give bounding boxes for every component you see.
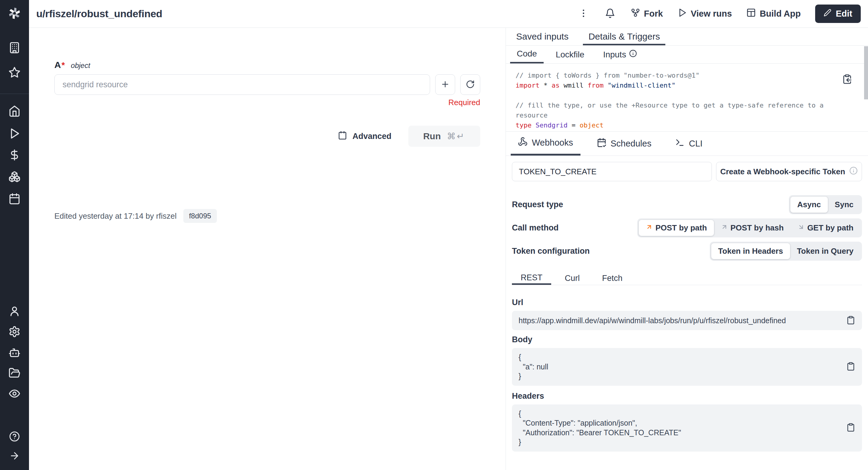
token-input[interactable] [512, 162, 712, 181]
tab-lockfile[interactable]: Lockfile [549, 45, 591, 63]
sidebar-item-favorites[interactable] [8, 66, 21, 79]
create-token-button[interactable]: Create a Webhook-specific Token [716, 162, 862, 181]
sidebar-item-settings[interactable] [8, 325, 21, 338]
star-icon [8, 75, 21, 80]
code-viewer: // import { toWords } from "number-to-wo… [506, 64, 868, 132]
code-tabs: Code Lockfile Inputs [506, 45, 868, 64]
gear-icon [8, 334, 21, 339]
clipboard-icon [846, 428, 855, 433]
required-asterisk: * [62, 60, 65, 70]
calendar-icon [338, 131, 347, 142]
copy-body-button[interactable] [846, 362, 855, 372]
play-outline-icon [677, 8, 687, 20]
sidebar-item-folders[interactable] [8, 367, 21, 379]
headers-value: { "Content-Type": "application/json", "A… [519, 409, 681, 447]
option-token-in-query[interactable]: Token in Query [790, 243, 861, 259]
option-post-by-path[interactable]: POST by path [639, 220, 714, 236]
clipboard-icon [846, 321, 855, 325]
user-icon [8, 314, 21, 318]
more-menu-button[interactable] [578, 8, 590, 20]
arrow-right-icon [9, 458, 20, 462]
add-resource-button[interactable] [435, 74, 455, 95]
copy-url-button[interactable] [846, 316, 855, 325]
url-box: https://app.windmill.dev/api/w/windmill-… [512, 311, 862, 330]
request-type-row: Request type Async Sync [512, 195, 862, 214]
terminal-icon [675, 138, 685, 150]
request-type-toggle: Async Sync [789, 195, 862, 214]
sidebar-item-audit-logs[interactable] [8, 387, 21, 400]
sidebar-item-workers[interactable] [8, 346, 21, 358]
play-icon [8, 136, 21, 140]
build-app-button[interactable]: Build App [746, 8, 801, 20]
view-runs-button[interactable]: View runs [677, 8, 732, 20]
body-label: Body [512, 335, 862, 344]
tab-rest[interactable]: REST [512, 272, 551, 285]
refresh-icon [466, 80, 475, 90]
arrow-up-right-icon [721, 223, 728, 232]
sidebar-item-runs[interactable] [8, 127, 21, 139]
tab-cli[interactable]: CLI [668, 132, 710, 156]
tab-details-triggers[interactable]: Details & Triggers [588, 28, 660, 45]
option-post-by-hash[interactable]: POST by hash [714, 220, 791, 236]
tab-webhooks[interactable]: Webhooks [511, 132, 581, 156]
field-name: A [54, 60, 61, 70]
version-hash-badge[interactable]: f8d095 [183, 209, 217, 223]
refresh-button[interactable] [460, 74, 480, 95]
calendar-check-icon [597, 138, 607, 150]
webhooks-content: Create a Webhook-specific Token Request … [506, 162, 868, 451]
edited-info-row: Edited yesterday at 17:14 by rfiszel f8d… [54, 209, 480, 223]
sidebar-item-workspace[interactable] [8, 42, 21, 54]
url-value: https://app.windmill.dev/api/w/windmill-… [519, 316, 786, 325]
option-token-in-headers[interactable]: Token in Headers [711, 243, 790, 259]
tab-fetch[interactable]: Fetch [593, 272, 631, 285]
sidebar-divider [0, 94, 29, 94]
resource-input[interactable] [54, 74, 430, 95]
git-fork-icon [630, 8, 640, 20]
tab-inputs[interactable]: Inputs [596, 45, 644, 63]
code-content[interactable]: // import { toWords } from "number-to-wo… [516, 70, 855, 130]
notifications-button[interactable] [604, 8, 616, 20]
call-method-row: Call method POST by path POST by hash GE… [512, 218, 862, 238]
windmill-logo-icon[interactable] [7, 6, 22, 21]
required-hint: Required [54, 98, 480, 107]
copy-headers-button[interactable] [846, 423, 855, 433]
edited-info: Edited yesterday at 17:14 by rfiszel [54, 212, 177, 221]
tab-curl[interactable]: Curl [556, 272, 589, 285]
call-method-label: Call method [512, 223, 559, 232]
advanced-button[interactable]: Advanced [338, 131, 392, 142]
tab-schedules[interactable]: Schedules [590, 132, 659, 156]
calendar-icon [8, 201, 21, 206]
field-type: object [71, 61, 90, 70]
bell-icon [605, 15, 615, 19]
info-icon [849, 166, 858, 177]
tab-saved-inputs[interactable]: Saved inputs [516, 28, 569, 45]
option-async[interactable]: Async [790, 197, 828, 213]
help-circle-icon [9, 438, 20, 443]
building-icon [8, 50, 21, 55]
eye-icon [8, 396, 21, 401]
kebab-menu-icon [578, 15, 589, 19]
option-get-by-path[interactable]: GET by path [791, 220, 861, 236]
panel-tabs: Saved inputs Details & Triggers [506, 28, 868, 45]
body-box: { "a": null } [512, 348, 862, 386]
tab-code[interactable]: Code [510, 45, 544, 63]
home-icon [8, 114, 21, 118]
sidebar-item-schedules[interactable] [8, 193, 21, 205]
snippet-tabs: REST Curl Fetch [512, 272, 862, 285]
sidebar-item-variables[interactable] [8, 149, 21, 161]
option-sync[interactable]: Sync [828, 197, 861, 213]
fork-button[interactable]: Fork [630, 8, 663, 20]
edit-button[interactable]: Edit [815, 4, 861, 23]
copy-code-button[interactable] [842, 74, 852, 85]
sidebar-collapse-button[interactable] [8, 450, 21, 462]
sidebar-item-home[interactable] [8, 105, 21, 117]
sidebar-item-help[interactable] [8, 431, 21, 443]
sidebar-item-resources[interactable] [8, 171, 21, 183]
clipboard-icon [846, 367, 855, 372]
run-button[interactable]: Run ⌘↵ [408, 126, 480, 147]
sidebar-item-users[interactable] [8, 305, 21, 317]
scrollbar-thumb[interactable] [864, 46, 868, 99]
pencil-icon [824, 9, 832, 19]
sidebar [0, 0, 29, 470]
top-header: u/rfiszel/robust_undefined Fork View run… [29, 0, 868, 28]
